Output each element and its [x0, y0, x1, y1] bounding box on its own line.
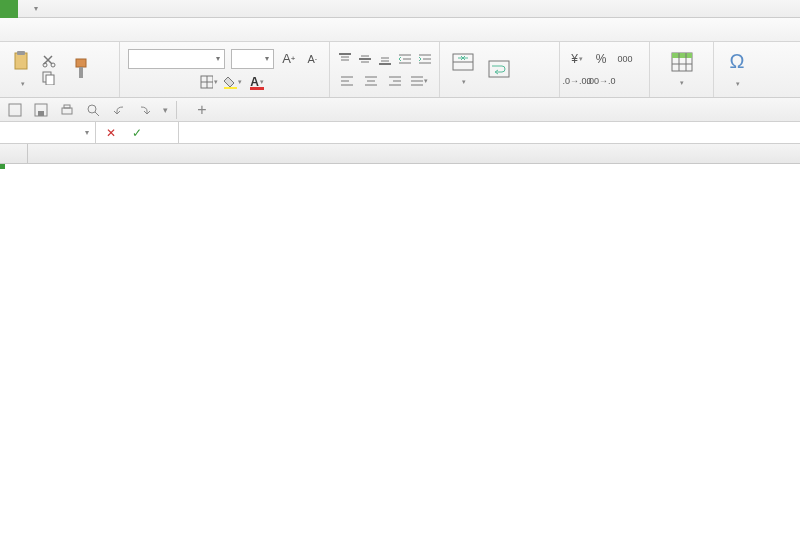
qat-save-icon[interactable] [32, 101, 50, 119]
symbol-button[interactable]: Ω ▾ [722, 50, 752, 89]
qat-preview-icon[interactable] [84, 101, 102, 119]
ribbon: ▾ ▾ ▾ A+ A- ▾ ▾ A▾ [0, 42, 800, 98]
align-right-button[interactable] [386, 72, 404, 90]
indent-right-button[interactable] [418, 50, 432, 68]
indent-left-button[interactable] [398, 50, 412, 68]
svg-rect-44 [672, 53, 692, 58]
qat-undo-icon[interactable] [110, 101, 128, 119]
brush-icon [72, 58, 90, 80]
shrink-font-button[interactable]: A- [304, 50, 321, 68]
svg-rect-1 [17, 51, 25, 55]
wrap-icon [488, 60, 510, 78]
bold-button[interactable] [128, 73, 146, 91]
svg-rect-12 [250, 87, 264, 90]
svg-rect-52 [64, 105, 70, 108]
qat-more[interactable]: ▾ [163, 105, 168, 115]
copy-icon [42, 71, 56, 85]
font-group: ▾ ▾ A+ A- ▾ ▾ A▾ [120, 42, 330, 97]
menu-bar [0, 18, 800, 42]
svg-rect-11 [224, 87, 237, 89]
clipboard-group: ▾ [0, 42, 120, 97]
active-cell-outline [0, 164, 4, 168]
title-dropdown[interactable]: ▾ [30, 4, 42, 13]
copy-button[interactable] [42, 71, 62, 85]
styles-group: ▾ [650, 42, 714, 97]
align-left-button[interactable] [338, 72, 356, 90]
merge-wrap-group: ▾ [440, 42, 560, 97]
svg-point-3 [51, 63, 55, 67]
app-icon [0, 0, 18, 18]
underline-button[interactable] [176, 73, 194, 91]
qat-print-icon[interactable] [58, 101, 76, 119]
merge-icon [452, 53, 474, 71]
percent-button[interactable]: % [592, 50, 610, 68]
qat-home-icon[interactable] [6, 101, 24, 119]
font-family-combo[interactable]: ▾ [128, 49, 225, 69]
paste-button[interactable]: ▾ [8, 51, 36, 89]
svg-rect-7 [79, 67, 83, 78]
new-tab-button[interactable]: + [193, 101, 211, 119]
svg-rect-0 [15, 53, 27, 69]
paste-icon [12, 51, 32, 73]
currency-button[interactable]: ¥▾ [568, 50, 586, 68]
table-styles-icon [671, 52, 693, 72]
svg-rect-50 [38, 111, 44, 116]
svg-rect-51 [62, 108, 72, 114]
decrease-decimal-button[interactable]: .00→.0 [592, 72, 610, 90]
align-center-button[interactable] [362, 72, 380, 90]
name-box[interactable]: ▾ [0, 122, 96, 143]
quick-access-bar: ▾ + [0, 98, 800, 122]
wrap-button[interactable] [484, 60, 514, 80]
comma-button[interactable]: 000 [616, 50, 634, 68]
paste-label: ▾ [20, 75, 25, 89]
font-size-combo[interactable]: ▾ [231, 49, 274, 69]
cut-button[interactable] [42, 54, 62, 68]
scissors-icon [42, 54, 56, 68]
table-styles-button[interactable]: ▾ [658, 52, 705, 88]
svg-rect-5 [46, 75, 54, 85]
number-group: ¥▾ % 000 .0→.00 .00→.0 [560, 42, 650, 97]
symbol-group: Ω ▾ [714, 42, 760, 97]
align-middle-button[interactable] [358, 50, 372, 68]
confirm-entry-button[interactable]: ✓ [128, 124, 146, 142]
grow-font-button[interactable]: A+ [280, 50, 297, 68]
column-headers [0, 144, 800, 164]
svg-rect-42 [489, 61, 509, 77]
formula-input[interactable] [179, 122, 800, 143]
merge-button[interactable]: ▾ [448, 53, 478, 87]
align-group: ▾ [330, 42, 440, 97]
orientation-button[interactable]: ▾ [410, 72, 428, 90]
svg-rect-48 [9, 104, 21, 116]
italic-button[interactable] [152, 73, 170, 91]
fx-button[interactable] [154, 124, 172, 142]
cancel-entry-button[interactable]: ✕ [102, 124, 120, 142]
font-color-button[interactable]: A▾ [248, 73, 266, 91]
align-bottom-button[interactable] [378, 50, 392, 68]
svg-line-54 [95, 112, 99, 116]
select-all-corner[interactable] [0, 144, 28, 163]
align-top-button[interactable] [338, 50, 352, 68]
title-bar: ▾ [0, 0, 800, 18]
increase-decimal-button[interactable]: .0→.00 [568, 72, 586, 90]
svg-point-53 [88, 105, 96, 113]
formula-bar: ▾ ✕ ✓ [0, 122, 800, 144]
fill-handle[interactable] [0, 164, 5, 169]
qat-redo-icon[interactable] [136, 101, 154, 119]
fill-color-button[interactable]: ▾ [224, 73, 242, 91]
spreadsheet-grid [0, 144, 800, 550]
svg-rect-6 [76, 59, 86, 67]
border-button[interactable]: ▾ [200, 73, 218, 91]
format-painter-button[interactable] [68, 58, 94, 82]
omega-icon: Ω [730, 50, 745, 73]
